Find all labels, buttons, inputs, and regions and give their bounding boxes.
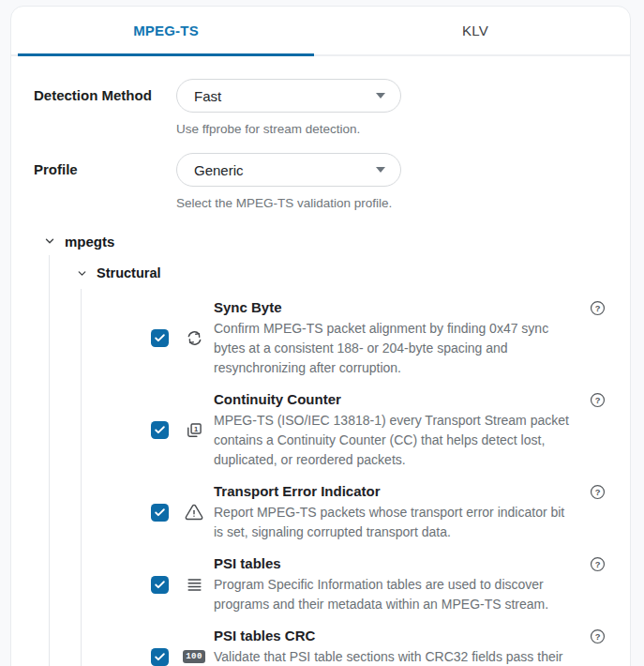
psi-tables-crc-checkbox[interactable] [151, 648, 169, 666]
check-description: Confirm MPEG-TS packet alignment by find… [214, 319, 572, 378]
mpegts-children: Structural [49, 255, 606, 666]
warning-triangle-icon [184, 503, 204, 522]
chevron-down-icon[interactable] [43, 235, 56, 248]
detection-method-select[interactable]: Fast [176, 79, 401, 113]
help-icon[interactable]: ? [590, 556, 606, 572]
continuity-counter-checkbox[interactable] [151, 421, 169, 439]
detection-method-label: Detection Method [34, 79, 176, 138]
psi-tables-crc-text: PSI tables CRC Validate that PSI table s… [214, 627, 572, 666]
check-description: Validate that PSI table sections with CR… [214, 647, 572, 666]
structural-children: Sync Byte Confirm MPEG-TS packet alignme… [81, 289, 606, 666]
check-row-transport-error-indicator: Transport Error Indicator Report MPEG-TS… [82, 482, 606, 542]
checkmark-icon [154, 651, 166, 663]
check-title: PSI tables [214, 554, 572, 572]
list-icon [184, 576, 204, 594]
settings-card: MPEG-TS KLV Detection Method Fast Use ff… [10, 6, 631, 666]
check-description: MPEG-TS (ISO/IEC 13818-1) every Transpor… [214, 411, 572, 470]
chevron-down-icon [376, 93, 385, 98]
check-title: Sync Byte [214, 298, 572, 316]
tree-node-mpegts: mpegts [34, 231, 606, 251]
tab-panel-mpeg-ts: Detection Method Fast Use ffprobe for st… [11, 56, 630, 666]
tree-label-structural[interactable]: Structural [97, 265, 161, 280]
check-title: Continuity Counter [214, 390, 572, 408]
check-row-sync-byte: Sync Byte Confirm MPEG-TS packet alignme… [82, 298, 606, 378]
psi-tables-checkbox[interactable] [151, 576, 169, 594]
profile-row: Profile Generic Select the MPEG-TS valid… [34, 153, 606, 212]
help-icon[interactable]: ? [590, 300, 606, 316]
tree-label-mpegts[interactable]: mpegts [65, 234, 114, 250]
svg-text:?: ? [595, 488, 601, 497]
tab-bar: MPEG-TS KLV [11, 7, 630, 56]
checkmark-icon [154, 332, 166, 344]
checkmark-icon [154, 507, 166, 519]
profile-value: Generic [194, 162, 244, 178]
sync-icon [184, 329, 204, 347]
profile-control: Generic Select the MPEG-TS validation pr… [176, 153, 401, 212]
tab-klv[interactable]: KLV [327, 7, 623, 54]
tree-node-structural: Structural [50, 263, 606, 283]
transport-error-checkbox[interactable] [151, 504, 169, 522]
sync-byte-text: Sync Byte Confirm MPEG-TS packet alignme… [214, 298, 572, 378]
check-title: PSI tables CRC [214, 627, 572, 644]
profile-label: Profile [34, 153, 176, 212]
profile-helper: Select the MPEG-TS validation profile. [176, 195, 401, 212]
svg-text:?: ? [595, 560, 601, 569]
detection-method-row: Detection Method Fast Use ffprobe for st… [34, 79, 606, 138]
check-title: Transport Error Indicator [214, 482, 572, 500]
check-row-psi-tables: PSI tables Program Specific Information … [82, 554, 606, 614]
help-icon[interactable]: ? [590, 628, 606, 644]
help-icon[interactable]: ? [590, 484, 606, 500]
counter-icon: 1 [184, 421, 204, 440]
profile-select[interactable]: Generic [176, 153, 401, 187]
check-row-continuity-counter: 1 Continuity Counter MPEG-TS (ISO/IEC 13… [82, 390, 606, 470]
svg-text:1: 1 [194, 424, 198, 432]
transport-error-text: Transport Error Indicator Report MPEG-TS… [214, 482, 572, 542]
binary-icon: 100 [184, 650, 204, 663]
svg-text:?: ? [595, 632, 601, 642]
svg-text:?: ? [595, 304, 601, 313]
detection-method-control: Fast Use ffprobe for stream detection. [176, 79, 401, 138]
help-icon[interactable]: ? [590, 392, 606, 408]
svg-text:?: ? [595, 396, 601, 405]
detection-method-value: Fast [194, 88, 221, 104]
sync-byte-checkbox[interactable] [151, 329, 169, 347]
continuity-counter-text: Continuity Counter MPEG-TS (ISO/IEC 1381… [214, 390, 572, 470]
check-description: Report MPEG-TS packets whose transport e… [214, 503, 572, 542]
detection-method-helper: Use ffprobe for stream detection. [176, 121, 401, 138]
checkmark-icon [154, 579, 166, 591]
chevron-down-icon[interactable] [76, 267, 88, 280]
chevron-down-icon [376, 167, 385, 173]
check-row-psi-tables-crc: 100 PSI tables CRC Validate that PSI tab… [82, 627, 606, 666]
tab-mpeg-ts[interactable]: MPEG-TS [18, 7, 314, 56]
checkmark-icon [154, 424, 166, 436]
psi-tables-text: PSI tables Program Specific Information … [214, 554, 572, 614]
check-description: Program Specific Information tables are … [214, 575, 572, 614]
validation-tree: mpegts Structural [34, 231, 606, 666]
